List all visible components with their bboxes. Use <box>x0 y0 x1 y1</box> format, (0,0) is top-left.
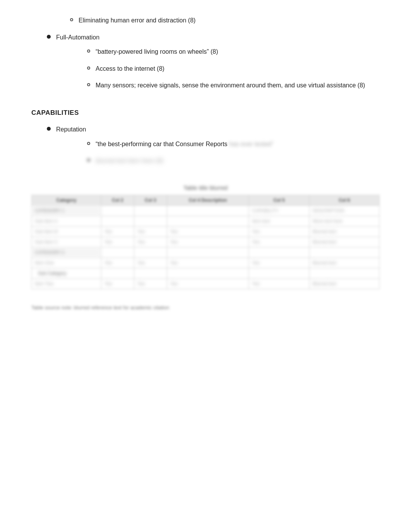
capabilities-item-reputation: Reputation “the best-performing car that… <box>47 124 380 173</box>
battery-text: “battery-powered living rooms on wheels”… <box>96 47 365 57</box>
table-cell: Blurred text <box>309 226 379 237</box>
list-item-blurred-1: blurred text item here (8) <box>87 156 274 166</box>
table-cell: Yes <box>101 226 134 237</box>
table-cell: Yes <box>167 237 249 247</box>
table-cell <box>249 268 309 278</box>
table-row: Sub Item C Yes Yes Yes Yes Blurred text <box>32 237 380 247</box>
table-cell <box>134 247 167 257</box>
list-item-internet: Access to the internet (8) <box>87 64 365 74</box>
table-cell <box>249 247 309 257</box>
list-item-sensors: Many sensors; receive signals, sense the… <box>87 80 365 90</box>
table-cell <box>101 205 134 216</box>
table-cell: Yes <box>134 278 167 289</box>
table-header-row: Category Col 2 Col 3 Col 4 Description C… <box>32 195 380 205</box>
list-item-best-performing: “the best-performing car that Consumer R… <box>87 139 274 149</box>
table-cell <box>134 216 167 226</box>
circle-bullet-icon <box>87 66 90 70</box>
circle-bullet-icon <box>87 49 90 53</box>
table-cell <box>309 247 379 257</box>
bullet-dot-icon <box>47 35 51 39</box>
full-automation-label: Full-Automation <box>56 34 99 41</box>
table-title: Table title blurred <box>31 184 380 191</box>
list-item-battery: “battery-powered living rooms on wheels”… <box>87 47 365 57</box>
footer-note: Table source note: blurred reference tex… <box>31 305 380 310</box>
table-row: Item Two Yes Yes Yes Yes Blurred text <box>32 278 380 289</box>
table-header-col5: Col 5 <box>249 195 309 205</box>
main-content: Eliminating human error and distraction … <box>31 15 380 310</box>
table-cell: Yes <box>167 257 249 268</box>
capabilities-list: Reputation “the best-performing car that… <box>47 124 380 173</box>
table-cell: Blurred text <box>309 257 379 268</box>
table-cell: More text here <box>309 216 379 226</box>
table-cell: Sub Category <box>32 268 101 278</box>
level1-list: Full-Automation “battery-powered living … <box>47 32 380 97</box>
top-sub-list: Eliminating human error and distraction … <box>70 15 380 26</box>
table-cell: Yes <box>167 226 249 237</box>
table-cell: Yes <box>101 237 134 247</box>
table-cell <box>101 268 134 278</box>
table-cell: Yes <box>134 257 167 268</box>
table-cell: Yes <box>249 237 309 247</box>
table-row: Sub Category <box>32 268 380 278</box>
table-cell: Yes <box>134 237 167 247</box>
table-cell <box>101 247 134 257</box>
table-cell: Blurred text <box>309 278 379 289</box>
table-cell <box>134 205 167 216</box>
table-cell <box>167 205 249 216</box>
list-item: Eliminating human error and distraction … <box>70 15 380 26</box>
table-cell: Item text <box>249 216 309 226</box>
table-cell: CAPABILITY <box>249 205 309 216</box>
table-row: Sub Item B Yes Yes Yes Yes Blurred text <box>32 226 380 237</box>
table-cell <box>167 216 249 226</box>
table-header-col1: Category <box>32 195 101 205</box>
table-cell <box>167 247 249 257</box>
reputation-label: Reputation <box>56 126 86 133</box>
item-text: Eliminating human error and distraction … <box>79 15 380 26</box>
table-row: CATEGORY 1 CAPABILITY DESCRIPTION <box>32 205 380 216</box>
table-cell: Sub Item A <box>32 216 101 226</box>
table-row: Sub Item A Item text More text here <box>32 216 380 226</box>
blurred-item-text: blurred text item here (8) <box>96 156 274 166</box>
table-cell <box>309 268 379 278</box>
table-header-col4: Col 4 Description <box>167 195 249 205</box>
table-cell: CATEGORY 2 <box>32 247 101 257</box>
table-header-col6: Col 6 <box>309 195 379 205</box>
table-cell <box>167 268 249 278</box>
internet-text: Access to the internet (8) <box>96 64 365 74</box>
table-cell: Yes <box>134 226 167 237</box>
level2-list: “battery-powered living rooms on wheels”… <box>87 47 365 90</box>
bullet-dot-icon <box>47 127 51 131</box>
table-row: Item One Yes Yes Yes Yes Blurred text <box>32 257 380 268</box>
table-cell: Yes <box>249 226 309 237</box>
table-header-col2: Col 2 <box>101 195 134 205</box>
table-cell: Yes <box>101 257 134 268</box>
capabilities-heading: CAPABILITIES <box>31 109 380 117</box>
table-cell: Item One <box>32 257 101 268</box>
table-cell: Yes <box>249 257 309 268</box>
reputation-sub-list: “the best-performing car that Consumer R… <box>87 139 274 166</box>
table-cell: DESCRIPTION <box>309 205 379 216</box>
best-performing-text: “the best-performing car that Consumer R… <box>96 139 274 149</box>
table-cell: Sub Item B <box>32 226 101 237</box>
table-row: CATEGORY 2 <box>32 247 380 257</box>
table-cell: Yes <box>101 278 134 289</box>
circle-bullet-icon <box>87 83 90 86</box>
table-cell: Yes <box>167 278 249 289</box>
sensors-text: Many sensors; receive signals, sense the… <box>96 80 365 90</box>
table-cell: Yes <box>249 278 309 289</box>
circle-bullet-icon <box>70 18 73 21</box>
table-header-col3: Col 3 <box>134 195 167 205</box>
level1-item-full-automation: Full-Automation “battery-powered living … <box>47 32 380 97</box>
table-cell <box>134 268 167 278</box>
table-cell: CATEGORY 1 <box>32 205 101 216</box>
blurred-suffix: has ever tested” <box>229 141 274 147</box>
circle-bullet-icon <box>87 159 90 162</box>
table-cell: Sub Item C <box>32 237 101 247</box>
data-table: Category Col 2 Col 3 Col 4 Description C… <box>31 195 380 289</box>
table-cell: Blurred text <box>309 237 379 247</box>
table-cell <box>101 216 134 226</box>
table-cell: Item Two <box>32 278 101 289</box>
circle-bullet-icon <box>87 142 90 145</box>
table-section: Table title blurred Category Col 2 Col 3… <box>31 184 380 289</box>
